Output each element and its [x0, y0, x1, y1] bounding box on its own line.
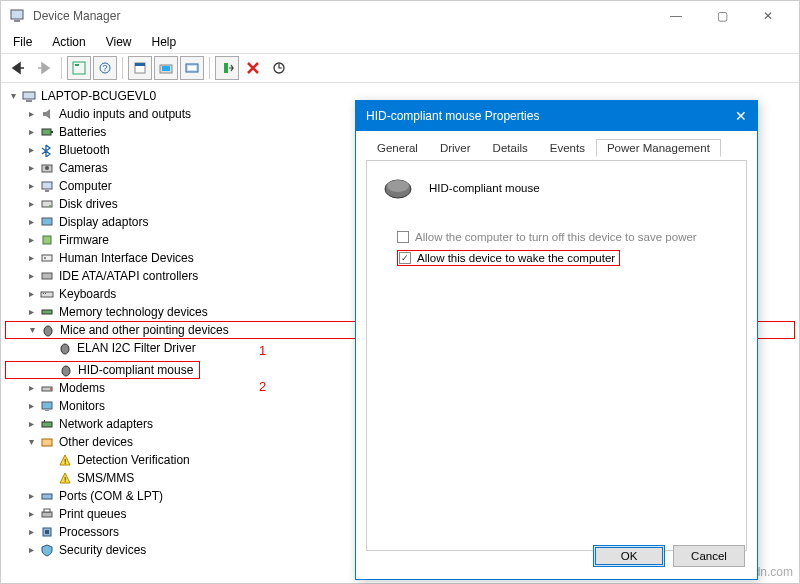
svg-rect-32 — [42, 310, 52, 314]
show-hidden-button[interactable] — [67, 56, 91, 80]
display-icon — [39, 214, 55, 230]
back-button[interactable] — [6, 56, 30, 80]
hid-mouse-label: HID-compliant mouse — [78, 361, 193, 379]
turn-off-label: Allow the computer to turn off this devi… — [415, 231, 697, 243]
tab-strip: General Driver Details Events Power Mana… — [366, 139, 747, 161]
properties-dialog: HID-compliant mouse Properties ✕ General… — [355, 100, 758, 580]
menu-action[interactable]: Action — [44, 33, 93, 51]
minimize-button[interactable]: — — [653, 1, 699, 31]
other-icon — [39, 434, 55, 450]
svg-rect-26 — [42, 255, 52, 261]
tab-driver[interactable]: Driver — [429, 139, 482, 160]
svg-rect-29 — [41, 292, 53, 297]
svg-rect-17 — [51, 131, 53, 133]
category-label: Batteries — [59, 123, 106, 141]
tab-content: HID-compliant mouse Allow the computer t… — [366, 161, 747, 551]
mice-label: Mice and other pointing devices — [60, 321, 229, 339]
svg-rect-24 — [42, 218, 52, 225]
tab-power-management[interactable]: Power Management — [596, 139, 721, 157]
properties-button[interactable] — [128, 56, 152, 80]
item-label: Detection Verification — [77, 451, 190, 469]
dialog-close-button[interactable]: ✕ — [735, 108, 747, 124]
scan-button[interactable] — [180, 56, 204, 80]
tab-general[interactable]: General — [366, 139, 429, 160]
category-label: Computer — [59, 177, 112, 195]
ok-button[interactable]: OK — [593, 545, 665, 567]
refresh-button[interactable] — [267, 56, 291, 80]
tab-events[interactable]: Events — [539, 139, 596, 160]
menu-help[interactable]: Help — [144, 33, 185, 51]
dialog-title: HID-compliant mouse Properties — [366, 109, 735, 123]
svg-text:!: ! — [64, 457, 66, 466]
svg-rect-1 — [14, 20, 20, 22]
svg-rect-27 — [44, 257, 46, 259]
checkbox-wake[interactable]: ✓ Allow this device to wake the computer — [397, 250, 620, 266]
svg-rect-42 — [42, 439, 52, 446]
computer-icon — [39, 178, 55, 194]
svg-text:?: ? — [102, 63, 107, 73]
svg-rect-12 — [224, 63, 228, 73]
app-icon — [9, 8, 25, 24]
category-label: Print queues — [59, 505, 126, 523]
elan-label: ELAN I2C Filter Driver — [77, 339, 196, 357]
svg-rect-30 — [43, 293, 44, 294]
svg-rect-16 — [42, 129, 51, 135]
mouse-icon — [58, 362, 74, 378]
category-label: Audio inputs and outputs — [59, 105, 191, 123]
category-label: Firmware — [59, 231, 109, 249]
modem-icon — [39, 380, 55, 396]
dialog-titlebar: HID-compliant mouse Properties ✕ — [356, 101, 757, 131]
enable-button[interactable] — [215, 56, 239, 80]
firmware-icon — [39, 232, 55, 248]
svg-rect-15 — [26, 100, 32, 102]
ide-icon — [39, 268, 55, 284]
svg-point-19 — [45, 166, 49, 170]
port-icon — [39, 488, 55, 504]
camera-icon — [39, 160, 55, 176]
svg-rect-49 — [45, 530, 49, 534]
svg-rect-31 — [45, 293, 46, 294]
menu-view[interactable]: View — [98, 33, 140, 51]
svg-rect-20 — [42, 182, 52, 189]
close-button[interactable]: ✕ — [745, 1, 791, 31]
svg-rect-0 — [11, 10, 23, 19]
menu-file[interactable]: File — [5, 33, 40, 51]
tab-details[interactable]: Details — [482, 139, 539, 160]
battery-icon — [39, 124, 55, 140]
tree-item-hid-mouse[interactable]: HID-compliant mouse — [5, 361, 200, 379]
category-label: Network adapters — [59, 415, 153, 433]
category-label: Human Interface Devices — [59, 249, 194, 267]
warn-icon: ! — [57, 470, 73, 486]
category-label: Security devices — [59, 541, 146, 559]
category-label: Memory technology devices — [59, 303, 208, 321]
svg-rect-40 — [42, 422, 52, 427]
svg-rect-7 — [135, 63, 145, 66]
svg-rect-28 — [42, 273, 52, 279]
root-label: LAPTOP-BCUGEVL0 — [41, 87, 156, 105]
titlebar: Device Manager — ▢ ✕ — [1, 1, 799, 31]
maximize-button[interactable]: ▢ — [699, 1, 745, 31]
wake-label: Allow this device to wake the computer — [417, 252, 615, 264]
mouse-large-icon — [381, 175, 415, 201]
checkbox-icon: ✓ — [399, 252, 411, 264]
device-name-label: HID-compliant mouse — [429, 182, 540, 194]
category-label: Bluetooth — [59, 141, 110, 159]
svg-rect-41 — [44, 420, 45, 422]
mouse-icon — [40, 322, 56, 338]
forward-button[interactable] — [32, 56, 56, 80]
item-label: SMS/MMS — [77, 469, 134, 487]
svg-text:!: ! — [64, 475, 66, 484]
mouse-icon — [57, 340, 73, 356]
uninstall-button[interactable] — [241, 56, 265, 80]
category-label: Monitors — [59, 397, 105, 415]
svg-rect-39 — [45, 410, 49, 411]
cancel-button[interactable]: Cancel — [673, 545, 745, 567]
svg-rect-11 — [188, 66, 196, 70]
help-button[interactable]: ? — [93, 56, 117, 80]
svg-point-33 — [44, 326, 52, 336]
hid-icon — [39, 250, 55, 266]
toolbar: ? — [1, 53, 799, 83]
svg-rect-14 — [23, 92, 35, 99]
svg-rect-2 — [73, 62, 85, 74]
update-button[interactable] — [154, 56, 178, 80]
